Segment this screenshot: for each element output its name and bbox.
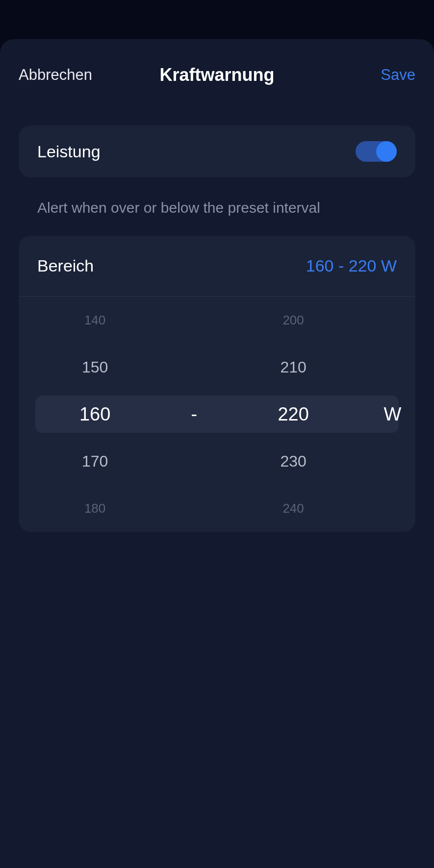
unit-column: W bbox=[370, 297, 415, 532]
picker-wheels: 140 150 160 170 180 - bbox=[19, 297, 415, 532]
save-button[interactable]: Save bbox=[381, 66, 415, 84]
toggle-knob bbox=[376, 141, 397, 162]
min-picker-column[interactable]: 140 150 160 170 180 bbox=[19, 297, 171, 532]
picker-option: 200 bbox=[217, 297, 370, 344]
picker-option-selected: 160 bbox=[19, 391, 171, 438]
separator-column: - bbox=[171, 297, 217, 532]
alert-description: Alert when over or below the preset inte… bbox=[19, 177, 415, 236]
range-value: 160 - 220 W bbox=[306, 256, 397, 275]
picker-option: 170 bbox=[19, 438, 171, 485]
picker-option: 150 bbox=[19, 344, 171, 391]
max-picker-column[interactable]: 200 210 220 230 240 bbox=[217, 297, 370, 532]
range-label: Bereich bbox=[37, 256, 94, 275]
modal-header: Abbrechen Kraftwarnung Save bbox=[0, 39, 434, 108]
power-toggle-switch[interactable] bbox=[356, 141, 397, 162]
cancel-button[interactable]: Abbrechen bbox=[19, 66, 92, 84]
content-area: Leistung Alert when over or below the pr… bbox=[0, 125, 434, 532]
range-header: Bereich 160 - 220 W bbox=[19, 236, 415, 297]
picker-option: 240 bbox=[217, 485, 370, 532]
range-picker-card: Bereich 160 - 220 W 140 150 160 170 180 bbox=[19, 236, 415, 532]
picker-option: 140 bbox=[19, 297, 171, 344]
picker-option: 230 bbox=[217, 438, 370, 485]
range-separator: - bbox=[171, 391, 217, 438]
picker-option: 210 bbox=[217, 344, 370, 391]
picker-option-selected: 220 bbox=[217, 391, 370, 438]
power-toggle-label: Leistung bbox=[37, 142, 101, 161]
power-toggle-card: Leistung bbox=[19, 125, 415, 177]
page-title: Kraftwarnung bbox=[160, 65, 275, 85]
picker-option: 180 bbox=[19, 485, 171, 532]
modal-sheet: Abbrechen Kraftwarnung Save Leistung Ale… bbox=[0, 39, 434, 868]
range-unit: W bbox=[370, 391, 415, 438]
